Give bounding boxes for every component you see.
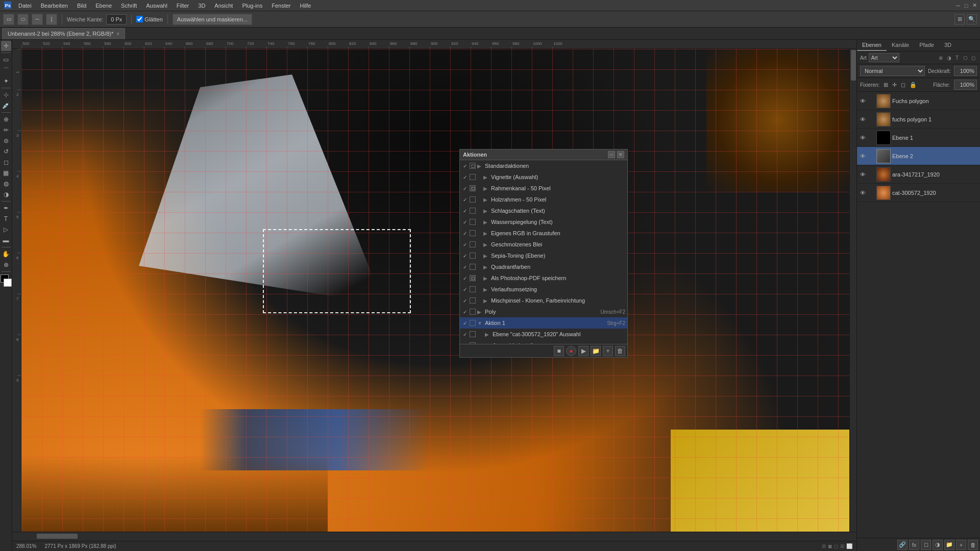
menu-ansicht[interactable]: Ansicht bbox=[210, 2, 237, 10]
tool-marquee[interactable]: ▭ bbox=[1, 55, 11, 65]
tool-clone[interactable]: ⊜ bbox=[1, 136, 11, 146]
action-row-sub-ebene-auswahl[interactable]: ✓ ▶ Ebene "cat-300572_1920" Auswahl bbox=[460, 329, 627, 340]
auswaehlen-maskieren-btn[interactable]: Auswählen und maskieren... bbox=[173, 14, 252, 25]
color-picker[interactable] bbox=[1, 274, 12, 289]
layer-vis-icon[interactable]: 👁 bbox=[859, 134, 866, 141]
tool-zoom[interactable]: ⊕ bbox=[1, 260, 11, 270]
layer-item-ebene-1[interactable]: 👁 Ebene 1 bbox=[857, 129, 980, 147]
action-expand[interactable]: ▶ bbox=[483, 186, 489, 191]
lock-artboard-icon[interactable]: ◻ bbox=[901, 82, 905, 88]
actions-play-btn[interactable]: ▶ bbox=[578, 346, 589, 356]
tool-lasso[interactable]: ⌒ bbox=[1, 65, 11, 76]
tool-pen[interactable]: ✒ bbox=[1, 203, 11, 213]
vscroll-thumb[interactable] bbox=[851, 50, 856, 81]
tool-blur[interactable]: ◍ bbox=[1, 179, 11, 189]
tool-gradient[interactable]: ▦ bbox=[1, 168, 11, 178]
action-expand[interactable]: ▶ bbox=[483, 264, 489, 270]
action-row-geschmolzenes-blei[interactable]: ✓ ▶ Geschmolzenes Blei bbox=[460, 239, 627, 250]
menu-bearbeiten[interactable]: Bearbeiten bbox=[37, 2, 72, 10]
layer-group-btn[interactable]: 📁 bbox=[944, 540, 954, 550]
blend-mode-select[interactable]: Normal bbox=[860, 66, 925, 76]
actions-close-btn[interactable]: ✕ bbox=[617, 151, 624, 158]
action-row-holzrahmen[interactable]: ✓ ▶ Holzrahmen - 50 Pixel bbox=[460, 194, 627, 205]
maximize-btn[interactable]: □ bbox=[963, 2, 970, 9]
glatten-checkbox-label[interactable]: Glätten bbox=[136, 16, 162, 22]
layer-item-ebene-2[interactable]: 👁 Ebene 2 bbox=[857, 147, 980, 165]
document-tab[interactable]: Unbenannt-2 bei 288% (Ebene 2, RGB/8)* × bbox=[2, 28, 125, 39]
tab-pfade[interactable]: Pfade bbox=[914, 40, 939, 51]
actions-new-btn[interactable]: + bbox=[603, 346, 613, 356]
action-expand[interactable]: ▶ bbox=[483, 231, 489, 236]
menu-fenster[interactable]: Fenster bbox=[267, 2, 295, 10]
background-color[interactable] bbox=[4, 279, 12, 287]
layer-vis-icon[interactable]: 👁 bbox=[859, 97, 866, 105]
action-expand[interactable]: ▶ bbox=[477, 309, 483, 315]
action-row-wasserspiegel[interactable]: ✓ ▶ Wasserspiegelung (Text) bbox=[460, 216, 627, 228]
tool-path-select[interactable]: ▷ bbox=[1, 224, 11, 235]
tool-shape[interactable]: ▬ bbox=[1, 235, 11, 245]
layer-fx-btn[interactable]: fx bbox=[909, 540, 919, 550]
menu-3d[interactable]: 3D bbox=[194, 2, 209, 10]
action-row-vignette[interactable]: ✓ ▶ Vignette (Auswahl) bbox=[460, 171, 627, 183]
actions-stop-btn[interactable]: ■ bbox=[554, 346, 564, 356]
actions-titlebar[interactable]: Aktionen ─ ✕ bbox=[460, 149, 627, 160]
layer-mask-btn[interactable]: ◻ bbox=[921, 540, 931, 550]
menu-schrift[interactable]: Schrift bbox=[117, 2, 141, 10]
lock-move-icon[interactable]: ✛ bbox=[892, 82, 897, 88]
action-expand[interactable]: ▶ bbox=[483, 276, 489, 281]
actions-record-btn[interactable]: ● bbox=[566, 346, 576, 356]
tool-hand[interactable]: ✋ bbox=[1, 249, 11, 259]
filter-shape-icon[interactable]: ⬡ bbox=[962, 54, 969, 61]
tool-select-rect[interactable]: ▭ bbox=[3, 14, 14, 25]
action-expand[interactable]: ▶ bbox=[483, 298, 489, 304]
actions-folder-btn[interactable]: 📁 bbox=[591, 346, 601, 356]
tool-type[interactable]: T bbox=[1, 214, 11, 224]
actions-minimize-btn[interactable]: ─ bbox=[608, 151, 615, 158]
action-expand[interactable]: ▶ bbox=[483, 219, 489, 225]
action-row-standardaktionen[interactable]: ✓ ◻ ▶ Standardaktionen bbox=[460, 160, 627, 171]
layer-new-btn[interactable]: + bbox=[956, 540, 966, 550]
menu-plugins[interactable]: Plug-ins bbox=[238, 2, 266, 10]
action-expand[interactable]: ▶ bbox=[483, 242, 489, 247]
hscroll-thumb[interactable] bbox=[37, 534, 78, 539]
menu-filter[interactable]: Filter bbox=[173, 2, 193, 10]
action-expand[interactable]: ▶ bbox=[483, 253, 489, 259]
layer-vis-icon[interactable]: 👁 bbox=[859, 153, 866, 160]
filter-adj-icon[interactable]: ◑ bbox=[945, 54, 952, 61]
layer-type-select[interactable]: Art bbox=[869, 53, 899, 62]
tool-select-single-col[interactable]: | bbox=[46, 14, 57, 25]
close-btn[interactable]: ✕ bbox=[971, 2, 978, 9]
action-row-poly[interactable]: ✓ ▶ Poly Umsch+F2 bbox=[460, 306, 627, 317]
search-btn[interactable]: 🔍 bbox=[967, 14, 977, 24]
layer-vis-icon[interactable]: 👁 bbox=[859, 116, 866, 123]
tool-select-ellipse[interactable]: ⬭ bbox=[17, 14, 29, 25]
actions-delete-btn[interactable]: 🗑 bbox=[615, 346, 625, 356]
layer-item-fuchs-polygon-1[interactable]: 👁 fuchs polygon 1 bbox=[857, 110, 980, 129]
action-row-verlauf[interactable]: ✓ ▶ Verlaufsumsetzing bbox=[460, 284, 627, 295]
tool-brush[interactable]: ✏ bbox=[1, 125, 11, 135]
action-expand[interactable]: ▶ bbox=[483, 197, 489, 203]
weiche-kante-input[interactable] bbox=[106, 14, 127, 24]
action-row-aktion1[interactable]: ✓ ▼ Aktion 1 Strg+F2 bbox=[460, 317, 627, 329]
canvas-bg[interactable] bbox=[21, 49, 849, 532]
tool-crop[interactable]: ⊹ bbox=[1, 90, 11, 100]
menu-bild[interactable]: Bild bbox=[73, 2, 90, 10]
tool-eraser[interactable]: ◻ bbox=[1, 157, 11, 167]
layer-adj-btn[interactable]: ◑ bbox=[933, 540, 943, 550]
menu-hilfe[interactable]: Hilfe bbox=[296, 2, 315, 10]
glatten-checkbox[interactable] bbox=[136, 16, 143, 22]
menu-auswahl[interactable]: Auswahl bbox=[142, 2, 172, 10]
minimize-btn[interactable]: ─ bbox=[954, 2, 962, 9]
tool-history-brush[interactable]: ↺ bbox=[1, 146, 11, 157]
action-expand[interactable]: ▶ bbox=[483, 208, 489, 214]
layer-item-cat[interactable]: 👁 cat-300572_1920 bbox=[857, 184, 980, 202]
filter-type-icon[interactable]: T bbox=[953, 54, 961, 61]
tool-heal[interactable]: ⊕ bbox=[1, 114, 11, 124]
layer-item-fuchs-polygon[interactable]: 👁 Fuchs polygon bbox=[857, 92, 980, 110]
action-expand[interactable]: ▼ bbox=[477, 320, 483, 326]
action-row-sepia-toning[interactable]: ✓ ▶ Sepia-Toning (Ebene) bbox=[460, 250, 627, 261]
layer-vis-icon[interactable]: 👁 bbox=[859, 189, 866, 196]
opacity-input[interactable] bbox=[954, 66, 977, 76]
menu-ebene[interactable]: Ebene bbox=[91, 2, 116, 10]
fill-input[interactable] bbox=[954, 80, 977, 90]
